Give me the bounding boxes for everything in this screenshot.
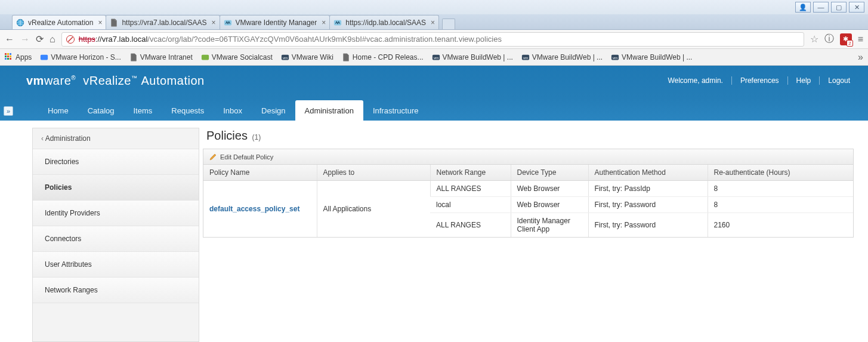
sidebar-item-connectors[interactable]: Connectors bbox=[33, 226, 199, 252]
tab-inbox[interactable]: Inbox bbox=[214, 100, 252, 121]
window-minimize-button[interactable]: — bbox=[813, 2, 829, 13]
bookmarks-bar: Apps VMware Horizon - S... VMware Intran… bbox=[0, 49, 868, 66]
tab-requests[interactable]: Requests bbox=[162, 100, 214, 121]
pencil-icon bbox=[209, 153, 217, 161]
close-icon[interactable]: × bbox=[212, 19, 216, 27]
policy-name-link[interactable]: default_access_policy_set bbox=[209, 205, 299, 213]
page-title: Policies (1) bbox=[206, 129, 854, 143]
cell-reauth: 8 bbox=[708, 181, 853, 197]
logout-link[interactable]: Logout bbox=[828, 76, 850, 85]
bookmark-item[interactable]: VMware Intranet bbox=[129, 53, 193, 61]
tab-administration[interactable]: Administration bbox=[295, 100, 363, 121]
vmware-icon bbox=[224, 19, 232, 27]
col-network-range[interactable]: Network Range bbox=[430, 165, 511, 181]
svg-rect-1 bbox=[224, 20, 231, 25]
sidebar-item-directories[interactable]: Directories bbox=[33, 149, 199, 175]
page-count: (1) bbox=[252, 133, 261, 141]
bookmark-item[interactable]: vmVMware BuildWeb | ... bbox=[611, 53, 692, 61]
col-device-type[interactable]: Device Type bbox=[511, 165, 588, 181]
apps-button[interactable]: Apps bbox=[5, 53, 32, 61]
tab-home[interactable]: Home bbox=[38, 100, 78, 121]
cell-device: Web Browser bbox=[511, 181, 588, 197]
reload-button[interactable]: ⟳ bbox=[36, 33, 44, 45]
app-header: vmware® vRealize™ Automation Welcome, ad… bbox=[0, 66, 868, 121]
close-icon[interactable]: × bbox=[431, 19, 435, 27]
sidebar-item-identity-providers[interactable]: Identity Providers bbox=[33, 201, 199, 226]
cell-reauth: 2160 bbox=[708, 213, 853, 238]
bookmark-item[interactable]: Home - CPD Releas... bbox=[342, 53, 424, 61]
help-link[interactable]: Help bbox=[796, 76, 811, 85]
window-maximize-button[interactable]: ▢ bbox=[831, 2, 847, 13]
browser-toolbar: ← → ⟳ ⌂ https ://vra7.lab.local /vcac/or… bbox=[0, 30, 868, 49]
bookmark-label: VMware BuildWeb | ... bbox=[622, 53, 692, 61]
vmware-icon bbox=[333, 19, 342, 27]
cell-auth: First, try: PassIdp bbox=[588, 181, 708, 197]
tab-items[interactable]: Items bbox=[124, 100, 162, 121]
col-reauth[interactable]: Re-authenticate (Hours) bbox=[708, 165, 853, 181]
col-auth-method[interactable]: Authentication Method bbox=[588, 165, 708, 181]
browser-tab-label: https://vra7.lab.local/SAAS bbox=[122, 19, 206, 27]
url-path: /vcac/org/lab/?code=06TTiXGAYzcQVm0V6oah… bbox=[147, 35, 502, 44]
vm-icon: vm bbox=[281, 53, 289, 61]
policy-table-container: Edit Default Policy Policy Name Applies … bbox=[203, 149, 854, 238]
page-icon bbox=[129, 53, 138, 61]
window-user-button[interactable]: 👤 bbox=[795, 2, 811, 13]
browser-tab-1[interactable]: vRealize Automation × bbox=[12, 15, 106, 29]
cell-auth: First, try: Password bbox=[588, 213, 708, 238]
apps-label: Apps bbox=[16, 53, 32, 61]
address-bar[interactable]: https ://vra7.lab.local /vcac/org/lab/?c… bbox=[61, 32, 804, 47]
browser-tab-3[interactable]: VMware Identity Manager × bbox=[220, 15, 330, 29]
svg-rect-6 bbox=[202, 54, 209, 60]
back-button[interactable]: ← bbox=[5, 34, 14, 45]
info-icon[interactable]: ⓘ bbox=[824, 33, 834, 45]
bookmark-item[interactable]: vmVMware BuildWeb | ... bbox=[432, 53, 513, 61]
forward-button[interactable]: → bbox=[20, 34, 30, 45]
home-button[interactable]: ⌂ bbox=[50, 34, 55, 45]
expand-sidebar-toggle[interactable]: » bbox=[4, 106, 13, 116]
svg-rect-2 bbox=[334, 20, 341, 25]
edit-default-policy-button[interactable]: Edit Default Policy bbox=[203, 149, 853, 165]
sidebar-item-policies[interactable]: Policies bbox=[33, 175, 199, 201]
bookmark-item[interactable]: VMware Socialcast bbox=[201, 53, 273, 61]
window-close-button[interactable]: ✕ bbox=[849, 2, 864, 13]
browser-tab-2[interactable]: https://vra7.lab.local/SAAS × bbox=[106, 15, 220, 29]
app-content: Administration Directories Policies Iden… bbox=[0, 121, 868, 342]
cell-applies-to: All Applications bbox=[317, 181, 430, 238]
bookmark-label: VMware BuildWeb | ... bbox=[443, 53, 513, 61]
vm-icon: vm bbox=[611, 53, 619, 61]
col-policy-name[interactable]: Policy Name bbox=[203, 165, 317, 181]
table-header-row: Policy Name Applies to Network Range Dev… bbox=[203, 165, 853, 181]
sidebar-item-network-ranges[interactable]: Network Ranges bbox=[33, 278, 199, 303]
browser-tabstrip: vRealize Automation × https://vra7.lab.l… bbox=[0, 14, 868, 30]
new-tab-button[interactable] bbox=[442, 19, 455, 29]
vm-icon: vm bbox=[432, 53, 440, 61]
browser-tab-label: https://idp.lab.local/SAAS bbox=[345, 19, 426, 27]
chrome-menu-icon[interactable]: ≡ bbox=[858, 34, 863, 45]
tab-design[interactable]: Design bbox=[252, 100, 295, 121]
bookmark-item[interactable]: vmVMware BuildWeb | ... bbox=[521, 53, 603, 61]
browser-tab-4[interactable]: https://idp.lab.local/SAAS × bbox=[329, 15, 439, 29]
bookmarks-overflow-icon[interactable]: » bbox=[858, 52, 863, 63]
browser-tab-label: vRealize Automation bbox=[28, 19, 93, 27]
tab-infrastructure[interactable]: Infrastructure bbox=[363, 100, 428, 121]
vrealize-app: » vmware® vRealize™ Automation Welcome, … bbox=[0, 66, 868, 342]
bookmark-label: Home - CPD Releas... bbox=[353, 53, 424, 61]
sidebar-item-user-attributes[interactable]: User Attributes bbox=[33, 252, 199, 278]
col-applies-to[interactable]: Applies to bbox=[317, 165, 430, 181]
bookmark-item[interactable]: vmVMware Wiki bbox=[281, 53, 333, 61]
close-icon[interactable]: × bbox=[98, 19, 102, 27]
preferences-link[interactable]: Preferences bbox=[740, 76, 779, 85]
sidebar-breadcrumb[interactable]: Administration bbox=[33, 128, 199, 149]
extension-badge[interactable]: ✱ bbox=[840, 33, 852, 45]
close-icon[interactable]: × bbox=[322, 19, 326, 27]
svg-text:vm: vm bbox=[613, 55, 617, 59]
welcome-text: Welcome, admin. bbox=[668, 76, 722, 85]
policy-table: Policy Name Applies to Network Range Dev… bbox=[203, 165, 853, 237]
tab-catalog[interactable]: Catalog bbox=[78, 100, 124, 121]
vm-icon: vm bbox=[521, 53, 530, 61]
bookmark-star-icon[interactable]: ☆ bbox=[810, 33, 818, 45]
bookmark-item[interactable]: VMware Horizon - S... bbox=[40, 53, 121, 61]
cell-device: Web Browser bbox=[511, 197, 588, 213]
bookmark-label: VMware BuildWeb | ... bbox=[532, 53, 603, 61]
bookmark-label: VMware Wiki bbox=[292, 53, 333, 61]
